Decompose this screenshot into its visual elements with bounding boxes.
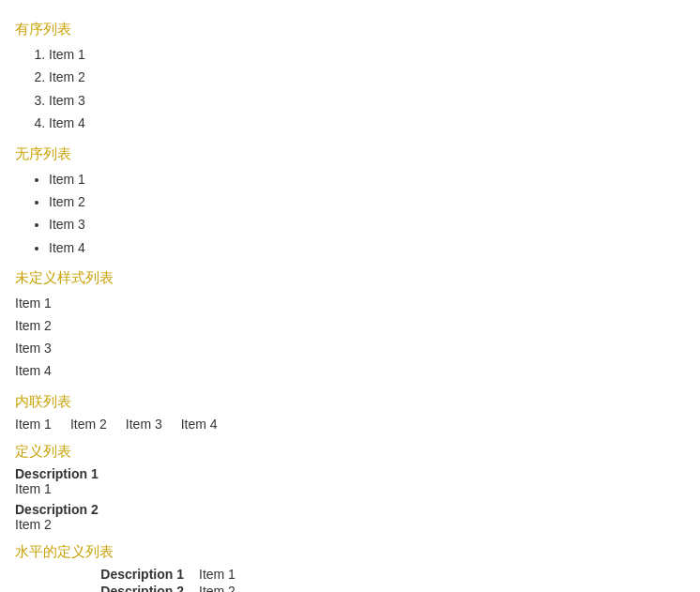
ordered-list: Item 1 Item 2 Item 3 Item 4 bbox=[49, 44, 685, 134]
list-item: Item 1 bbox=[15, 293, 685, 315]
definition-desc: Item 1 bbox=[199, 567, 236, 582]
list-item: Item 4 bbox=[15, 360, 685, 383]
list-item: Item 1 bbox=[49, 44, 685, 65]
unstyled-list: Item 1 Item 2 Item 3 Item 4 bbox=[15, 293, 685, 382]
list-item: Item 4 bbox=[49, 237, 685, 258]
list-item: Item 1 bbox=[49, 169, 685, 190]
definition-desc: Item 1 bbox=[15, 481, 685, 496]
unstyled-list-title: 未定义样式列表 bbox=[15, 269, 685, 287]
list-item: Item 3 bbox=[49, 90, 685, 111]
horizontal-definition-list-title: 水平的定义列表 bbox=[15, 543, 685, 561]
list-item: Item 1 bbox=[15, 417, 52, 432]
unordered-list: Item 1 Item 2 Item 3 Item 4 bbox=[49, 169, 685, 259]
definition-row: Description 1 Item 1 bbox=[71, 567, 685, 582]
unordered-list-title: 无序列表 bbox=[15, 145, 685, 163]
definition-term: Description 2 bbox=[15, 502, 685, 517]
definition-row: Description 2 Item 2 bbox=[71, 584, 685, 592]
list-item: Item 3 bbox=[126, 417, 162, 432]
list-item: Item 4 bbox=[181, 417, 218, 432]
inline-list-title: 内联列表 bbox=[15, 393, 685, 411]
list-item: Item 2 bbox=[15, 315, 685, 338]
list-item: Item 2 bbox=[49, 191, 685, 212]
list-item: Item 2 bbox=[49, 67, 685, 87]
list-item: Item 3 bbox=[15, 338, 685, 360]
horizontal-definition-list: Description 1 Item 1 Description 2 Item … bbox=[71, 567, 685, 592]
definition-desc: Item 2 bbox=[15, 517, 685, 532]
definition-term: Description 1 bbox=[71, 567, 184, 582]
definition-term: Description 1 bbox=[15, 466, 685, 481]
definition-desc: Item 2 bbox=[199, 584, 236, 592]
list-item: Item 3 bbox=[49, 214, 685, 235]
definition-list-title: 定义列表 bbox=[15, 443, 685, 461]
list-item: Item 4 bbox=[49, 113, 685, 133]
list-item: Item 2 bbox=[70, 417, 107, 432]
ordered-list-title: 有序列表 bbox=[15, 21, 685, 38]
definition-term: Description 2 bbox=[71, 584, 184, 592]
inline-list: Item 1 Item 2 Item 3 Item 4 bbox=[15, 417, 685, 432]
definition-list: Description 1 Item 1 Description 2 Item … bbox=[15, 466, 685, 532]
